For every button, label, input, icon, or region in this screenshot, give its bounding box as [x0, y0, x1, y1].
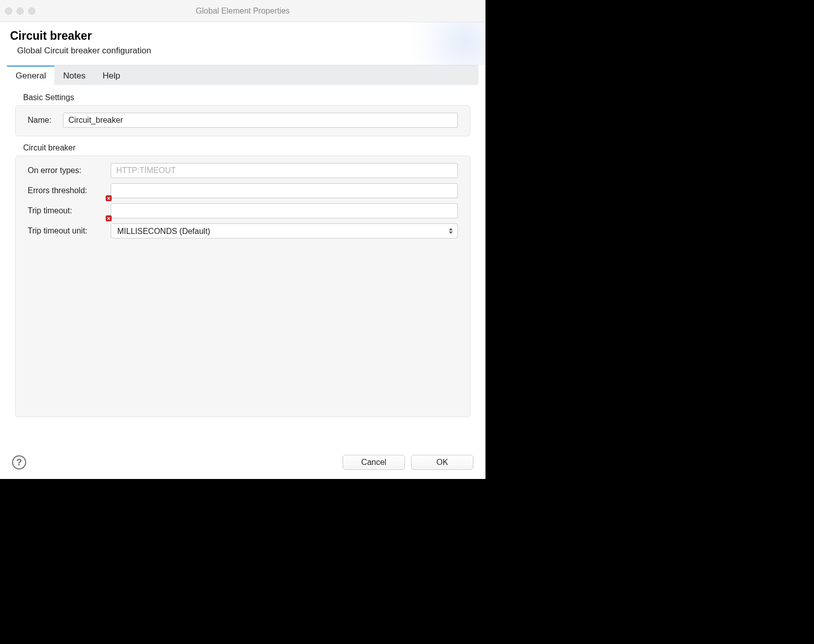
- page-subtitle: Global Circuit breaker configuration: [10, 46, 475, 56]
- error-badge-icon: [106, 195, 112, 201]
- panel-basic-settings: Name:: [15, 105, 470, 136]
- row-trip-timeout-unit: Trip timeout unit: MILLISECONDS (Default…: [28, 223, 458, 238]
- section-circuit-breaker-label: Circuit breaker: [7, 141, 478, 155]
- decorative-glow: [405, 22, 485, 65]
- errors-threshold-input[interactable]: [111, 183, 458, 198]
- row-on-error-types: On error types:: [28, 163, 458, 178]
- window-maximize-icon[interactable]: [28, 8, 35, 15]
- window-close-icon[interactable]: [5, 8, 12, 15]
- row-errors-threshold: Errors threshold:: [28, 183, 458, 198]
- trip-timeout-unit-label: Trip timeout unit:: [28, 226, 106, 235]
- tab-notes[interactable]: Notes: [54, 65, 94, 85]
- tabs-row: General Notes Help: [7, 65, 478, 85]
- error-badge-icon: [106, 215, 112, 221]
- tab-help[interactable]: Help: [94, 65, 129, 85]
- window-minimize-icon[interactable]: [17, 8, 24, 15]
- on-error-types-input[interactable]: [111, 163, 458, 178]
- titlebar-title: Global Element Properties: [0, 7, 485, 16]
- page-title: Circuit breaker: [10, 29, 475, 43]
- dialog-window: Global Element Properties Circuit breake…: [0, 0, 485, 479]
- ok-button[interactable]: OK: [411, 455, 473, 470]
- row-trip-timeout: Trip timeout:: [28, 203, 458, 218]
- panel-circuit-breaker: On error types: Errors threshold: Trip t…: [15, 155, 470, 417]
- name-label: Name:: [28, 116, 58, 125]
- row-name: Name:: [28, 113, 458, 128]
- titlebar: Global Element Properties: [0, 0, 485, 22]
- cancel-button[interactable]: Cancel: [343, 455, 405, 470]
- trip-timeout-unit-select[interactable]: MILLISECONDS (Default): [111, 223, 458, 238]
- name-input[interactable]: [63, 113, 458, 128]
- tab-general[interactable]: General: [7, 65, 54, 85]
- errors-threshold-label: Errors threshold:: [28, 186, 106, 195]
- on-error-types-label: On error types:: [28, 166, 106, 175]
- trip-timeout-label: Trip timeout:: [28, 206, 106, 215]
- trip-timeout-input[interactable]: [111, 203, 458, 218]
- dialog-footer: ? Cancel OK: [0, 448, 485, 479]
- dialog-header: Circuit breaker Global Circuit breaker c…: [0, 22, 485, 65]
- help-icon[interactable]: ?: [12, 455, 26, 469]
- window-controls: [5, 8, 35, 15]
- section-basic-settings-label: Basic Settings: [7, 91, 478, 105]
- content-area: Basic Settings Name: Circuit breaker On …: [0, 85, 485, 448]
